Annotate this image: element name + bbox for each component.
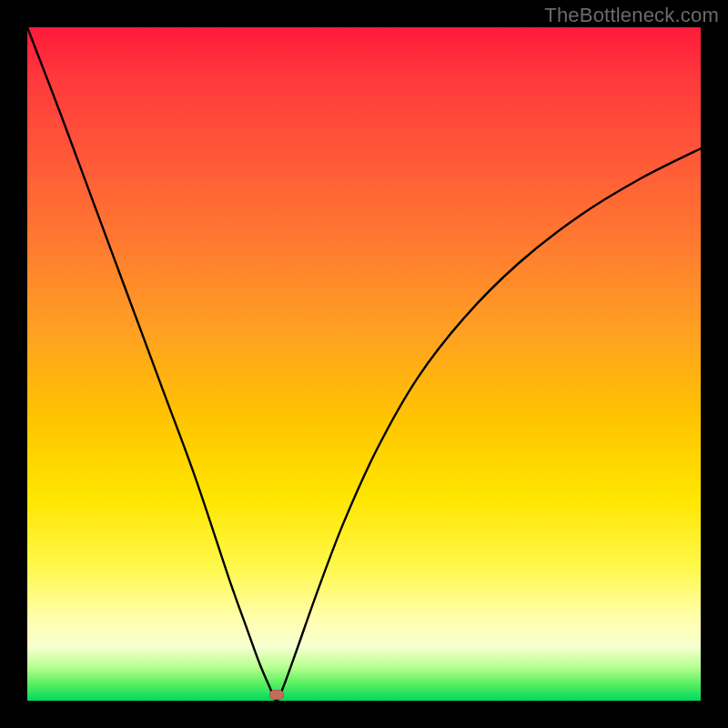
minimum-marker — [269, 690, 284, 700]
chart-plot-area — [27, 27, 701, 701]
chart-curve — [27, 27, 701, 701]
attribution-text: TheBottleneck.com — [544, 4, 719, 27]
curve-path — [27, 27, 701, 701]
chart-frame: TheBottleneck.com — [0, 0, 728, 728]
